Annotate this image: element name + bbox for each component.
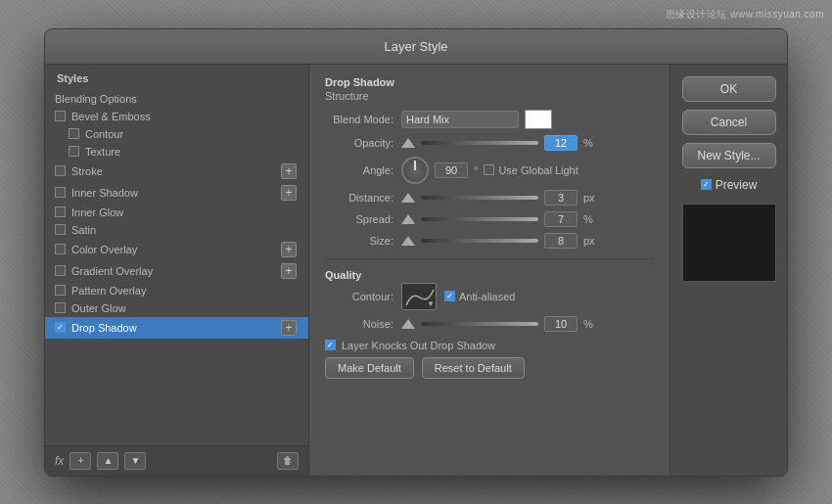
preview-checkbox-label[interactable]: ✓ Preview — [701, 178, 758, 192]
contour-checkbox[interactable] — [69, 128, 79, 139]
anti-aliased-text: Anti-aliased — [459, 291, 515, 302]
anti-aliased-checkbox[interactable]: ✓ — [444, 291, 455, 301]
noise-slider-container: % — [401, 316, 593, 332]
knocks-out-label: Layer Knocks Out Drop Shadow — [342, 340, 495, 351]
sidebar-item-inner-shadow[interactable]: Inner Shadow + — [45, 182, 308, 204]
stroke-add-button[interactable]: + — [281, 163, 297, 179]
sidebar-item-drop-shadow[interactable]: ✓ Drop Shadow + — [45, 317, 308, 339]
preview-checkbox[interactable]: ✓ — [701, 179, 712, 190]
reset-to-default-button[interactable]: Reset to Default — [422, 357, 525, 379]
noise-slider-track[interactable] — [421, 322, 538, 326]
noise-unit: % — [583, 318, 593, 330]
opacity-slider-arrow[interactable] — [401, 138, 415, 148]
pattern-overlay-checkbox[interactable] — [55, 285, 66, 296]
size-label: Size: — [325, 235, 393, 247]
blend-mode-select-wrapper: Hard Mix Normal Multiply Screen Overlay — [401, 111, 519, 128]
noise-label: Noise: — [325, 318, 393, 330]
color-overlay-add-button[interactable]: + — [281, 242, 297, 257]
texture-checkbox[interactable] — [69, 146, 79, 157]
size-slider-arrow[interactable] — [401, 236, 415, 246]
inner-shadow-checkbox[interactable] — [55, 187, 66, 198]
bevel-emboss-label: Bevel & Emboss — [71, 111, 151, 122]
sidebar-item-color-overlay[interactable]: Color Overlay + — [45, 239, 308, 260]
distance-slider-arrow[interactable] — [401, 193, 415, 203]
spread-slider-track[interactable] — [421, 217, 538, 221]
global-light-checkbox-label[interactable]: Use Global Light — [484, 164, 578, 176]
opacity-label: Opacity: — [325, 137, 393, 149]
add-effect-button[interactable]: + — [69, 452, 91, 470]
angle-dial[interactable] — [401, 157, 429, 184]
delete-effect-button[interactable]: 🗑 — [277, 452, 299, 470]
distance-slider-track[interactable] — [421, 196, 538, 200]
distance-input[interactable] — [544, 190, 578, 206]
bevel-emboss-checkbox[interactable] — [55, 111, 66, 121]
make-default-button[interactable]: Make Default — [325, 357, 414, 379]
knocks-out-checkbox[interactable]: ✓ — [325, 340, 336, 350]
cancel-button[interactable]: Cancel — [682, 110, 776, 135]
size-slider-container: px — [401, 233, 595, 249]
drop-shadow-add-button[interactable]: + — [281, 320, 297, 336]
spread-input[interactable] — [544, 211, 578, 227]
section-title: Drop Shadow — [325, 76, 654, 88]
ok-button[interactable]: OK — [682, 76, 776, 102]
global-light-checkbox[interactable] — [484, 164, 494, 175]
satin-label: Satin — [71, 224, 96, 236]
sidebar-item-outer-glow[interactable]: Outer Glow — [45, 299, 308, 317]
right-panel: OK Cancel New Style... ✓ Preview — [670, 65, 787, 476]
quality-title: Quality — [325, 269, 654, 281]
noise-slider-arrow[interactable] — [401, 319, 415, 329]
angle-input[interactable] — [435, 162, 468, 178]
middle-panel: Drop Shadow Structure Blend Mode: Hard M… — [309, 65, 670, 476]
noise-input[interactable] — [544, 316, 578, 332]
opacity-input[interactable] — [544, 135, 578, 151]
opacity-slider-track[interactable] — [421, 141, 538, 145]
sidebar-item-stroke[interactable]: Stroke + — [45, 160, 308, 182]
blend-mode-color-swatch[interactable] — [525, 110, 552, 129]
sidebar-item-contour[interactable]: Contour — [45, 125, 308, 143]
size-unit: px — [583, 235, 595, 247]
contour-curve-icon — [402, 284, 437, 310]
inner-shadow-add-button[interactable]: + — [281, 185, 297, 201]
styles-list: Blending Options Bevel & Emboss Contour … — [45, 88, 308, 445]
contour-row: Contour: ▼ ✓ Anti-aliased — [325, 283, 654, 310]
size-slider-track[interactable] — [421, 239, 538, 243]
spread-slider-arrow[interactable] — [401, 214, 415, 224]
move-down-button[interactable]: ▼ — [124, 452, 146, 470]
outer-glow-label: Outer Glow — [71, 302, 126, 314]
left-panel-footer: fx + ▲ ▼ 🗑 — [45, 445, 308, 476]
move-up-button[interactable]: ▲ — [97, 452, 118, 470]
new-style-button[interactable]: New Style... — [682, 143, 776, 168]
inner-glow-label: Inner Glow — [71, 206, 123, 218]
left-panel: Styles Blending Options Bevel & Emboss C… — [45, 65, 309, 476]
satin-checkbox[interactable] — [55, 224, 66, 235]
outer-glow-checkbox[interactable] — [55, 302, 66, 313]
sidebar-item-bevel-emboss[interactable]: Bevel & Emboss — [45, 108, 308, 125]
pattern-overlay-label: Pattern Overlay — [71, 285, 146, 297]
sidebar-item-texture[interactable]: Texture — [45, 143, 308, 160]
blending-options-label: Blending Options — [55, 93, 137, 105]
gradient-overlay-add-button[interactable]: + — [281, 263, 297, 279]
color-overlay-checkbox[interactable] — [55, 244, 66, 254]
angle-label: Angle: — [325, 164, 393, 176]
opacity-slider-container: % — [401, 135, 593, 151]
action-buttons: Make Default Reset to Default — [325, 357, 654, 379]
contour-preview[interactable] — [401, 283, 437, 310]
knocks-out-row: ✓ Layer Knocks Out Drop Shadow — [325, 340, 654, 351]
sidebar-item-gradient-overlay[interactable]: Gradient Overlay + — [45, 260, 308, 282]
sidebar-item-pattern-overlay[interactable]: Pattern Overlay — [45, 282, 308, 299]
preview-box — [682, 204, 776, 282]
inner-glow-checkbox[interactable] — [55, 206, 66, 217]
anti-aliased-label[interactable]: ✓ Anti-aliased — [444, 291, 515, 302]
size-input[interactable] — [544, 233, 578, 249]
gradient-overlay-checkbox[interactable] — [55, 265, 66, 276]
sidebar-item-blending-options[interactable]: Blending Options — [45, 90, 308, 108]
angle-unit: ° — [474, 164, 478, 176]
distance-row: Distance: px — [325, 190, 654, 206]
divider — [325, 258, 654, 259]
drop-shadow-checkbox[interactable]: ✓ — [55, 322, 66, 333]
blend-mode-select[interactable]: Hard Mix Normal Multiply Screen Overlay — [401, 111, 519, 128]
sidebar-item-satin[interactable]: Satin — [45, 221, 308, 239]
stroke-checkbox[interactable] — [55, 165, 66, 176]
angle-row: Angle: ° Use Global Light — [325, 157, 654, 184]
sidebar-item-inner-glow[interactable]: Inner Glow — [45, 204, 308, 221]
